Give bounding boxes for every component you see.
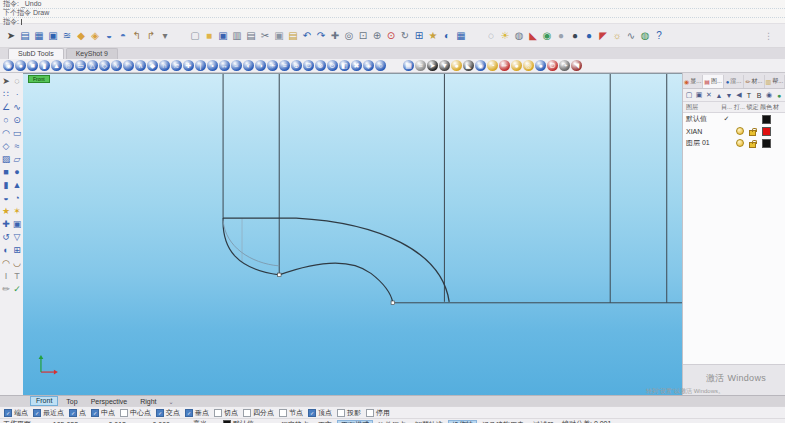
file-properties-icon[interactable]: ▤ [18, 29, 32, 43]
basket-open-icon[interactable]: ◒ [102, 29, 116, 43]
osnap-checkbox[interactable]: ✓ [91, 409, 99, 417]
subd-insert-point-icon[interactable]: • [207, 60, 218, 71]
osnap-checkbox[interactable] [120, 409, 128, 417]
yellow-burst-icon[interactable]: ✶ [12, 206, 22, 217]
open-file-icon[interactable]: ■ [202, 29, 216, 43]
subd-sphere-icon[interactable]: ● [15, 60, 26, 71]
check-icon[interactable]: ✓ [12, 284, 22, 295]
osnap-checkbox[interactable]: ✓ [308, 409, 316, 417]
subd-symmetry-icon[interactable]: ◐ [243, 60, 254, 71]
subd-radiate-icon[interactable]: ☀ [267, 60, 278, 71]
zoom-selected-icon[interactable]: ⊙ [384, 29, 398, 43]
subd-cone-icon[interactable]: ▲ [51, 60, 62, 71]
subd-fillet-icon[interactable]: ◠ [123, 60, 134, 71]
subd-material-icon[interactable]: ◈ [363, 60, 374, 71]
link-surface-icon[interactable]: ≋ [60, 29, 74, 43]
ellipse-icon[interactable]: ⊙ [12, 115, 22, 126]
gear-yellow-icon[interactable]: ☼ [610, 29, 624, 43]
subd-plane-icon[interactable]: ▭ [75, 60, 86, 71]
subd-reflect-icon[interactable]: ◑ [255, 60, 266, 71]
sphere-gray-icon[interactable]: ● [554, 29, 568, 43]
new-sublayer-icon[interactable]: ▣ [695, 91, 703, 99]
mirror-icon[interactable]: ◐ [1, 245, 11, 256]
freeform-icon[interactable]: ≈ [12, 141, 22, 152]
rotate-view-icon[interactable]: ↻ [398, 29, 412, 43]
panel-tab-material[interactable]: ✏材... [744, 75, 764, 88]
notes-icon[interactable]: ▦ [32, 29, 46, 43]
osnap-item-顶点[interactable]: ✓顶点 [308, 408, 332, 418]
x-axis-arrowhead[interactable] [54, 370, 58, 375]
cane-left-icon[interactable]: ↰ [130, 29, 144, 43]
status-toggle-智慧轨迹[interactable]: 智慧轨迹 [411, 420, 447, 423]
subd-select-loop-icon[interactable]: ○ [375, 60, 386, 71]
viewport-title-badge[interactable]: Front [28, 75, 50, 83]
display-modes-icon[interactable]: ◐ [440, 29, 454, 43]
cylinder-icon[interactable]: ▮ [1, 180, 11, 191]
active-layer-cell[interactable]: 默认值 [223, 419, 277, 423]
pencil-icon[interactable]: ✏ [1, 284, 11, 295]
viewport-tab-right[interactable]: Right [135, 397, 161, 406]
cplane-cell[interactable]: 工作平面 [3, 419, 45, 423]
viewport-tab-front[interactable]: Front [30, 396, 58, 406]
osnap-item-中点[interactable]: ✓中点 [91, 408, 115, 418]
red-corner-icon[interactable]: ◤ [596, 29, 610, 43]
subd-split-icon[interactable]: ∅ [303, 60, 314, 71]
layer-row[interactable]: 图层 01 [683, 137, 785, 149]
layer-on-cell[interactable] [733, 127, 746, 135]
toolbox-icon[interactable]: ▣ [46, 29, 60, 43]
pencil-red-icon[interactable]: ✏ [499, 60, 510, 71]
delete-layer-icon[interactable]: ✕ [705, 91, 713, 99]
light-icon[interactable]: ☀ [498, 29, 512, 43]
layer-lock-cell[interactable] [746, 139, 759, 148]
undo-icon[interactable]: ↶ [300, 29, 314, 43]
layer-row[interactable]: 默认值✓ [683, 113, 785, 125]
sphere-yellow-icon[interactable]: ● [451, 60, 462, 71]
subd-append-icon[interactable]: ✚ [183, 60, 194, 71]
boolean-icon[interactable]: ◒ [1, 193, 11, 204]
status-toggle-物件锁点[interactable]: 物件锁点 [374, 420, 410, 423]
viewport-tab-perspective[interactable]: Perspective [86, 397, 133, 406]
basket-closed-icon[interactable]: ◓ [116, 29, 130, 43]
ring-yellow-icon[interactable]: ◎ [523, 60, 534, 71]
help-icon[interactable]: ? [652, 29, 666, 43]
toolbar-tab-keyshot-9[interactable]: KeyShot 9 [66, 48, 118, 59]
rotate-icon[interactable]: ↺ [1, 232, 11, 243]
point-icon[interactable]: ∙ [12, 89, 22, 100]
osnap-checkbox[interactable]: ✓ [4, 409, 12, 417]
copy-icon[interactable]: ▣ [272, 29, 286, 43]
four-views-icon[interactable]: ⊞ [412, 29, 426, 43]
paste-icon[interactable]: ▤ [286, 29, 300, 43]
osnap-checkbox[interactable]: ✓ [33, 409, 41, 417]
layer-row[interactable]: XIAN [683, 125, 785, 137]
wrench-dark-icon[interactable]: ◣ [463, 60, 474, 71]
subd-unweld-icon[interactable]: ⊙ [327, 60, 338, 71]
osnap-checkbox[interactable] [337, 409, 345, 417]
filter-text-icon[interactable]: T [745, 92, 753, 99]
y-axis-arrowhead[interactable] [39, 355, 44, 359]
toolbar-tab-subd-tools[interactable]: SubD Tools [8, 48, 64, 59]
layer-on-cell[interactable] [733, 139, 746, 147]
layer-tools-icon[interactable]: ◉ [765, 91, 773, 99]
text-icon[interactable]: T [12, 271, 22, 282]
collapse-icon[interactable]: ◀ [735, 91, 743, 99]
black-tool-icon[interactable]: ➤ [427, 60, 438, 71]
osnap-checkbox[interactable] [214, 409, 222, 417]
surface-tools-icon[interactable]: ◡ [12, 258, 22, 269]
heel-arc[interactable] [223, 218, 279, 275]
arrow-ne-icon[interactable]: ◥ [571, 60, 582, 71]
panel-blue-icon[interactable]: ▦ [403, 60, 414, 71]
subd-repair-icon[interactable]: ✖ [351, 60, 362, 71]
osnap-item-最近点[interactable]: ✓最近点 [33, 408, 64, 418]
osnap-checkbox[interactable] [366, 409, 374, 417]
lock-objects-icon[interactable]: ◍ [512, 29, 526, 43]
subd-crease-icon[interactable]: ∧ [135, 60, 146, 71]
lasso-icon[interactable]: ◌ [12, 76, 22, 87]
copy-object-icon[interactable]: ▣ [12, 219, 22, 230]
subd-smooth-icon[interactable]: ≈ [231, 60, 242, 71]
layer-color-cell[interactable] [759, 139, 773, 148]
subd-insert-edge-icon[interactable]: | [195, 60, 206, 71]
polyline-icon[interactable]: ∠ [1, 102, 11, 113]
zoom-dynamic-icon[interactable]: ◎ [342, 29, 356, 43]
curve-point-2[interactable] [391, 301, 395, 305]
subd-torus-icon[interactable]: ◎ [63, 60, 74, 71]
